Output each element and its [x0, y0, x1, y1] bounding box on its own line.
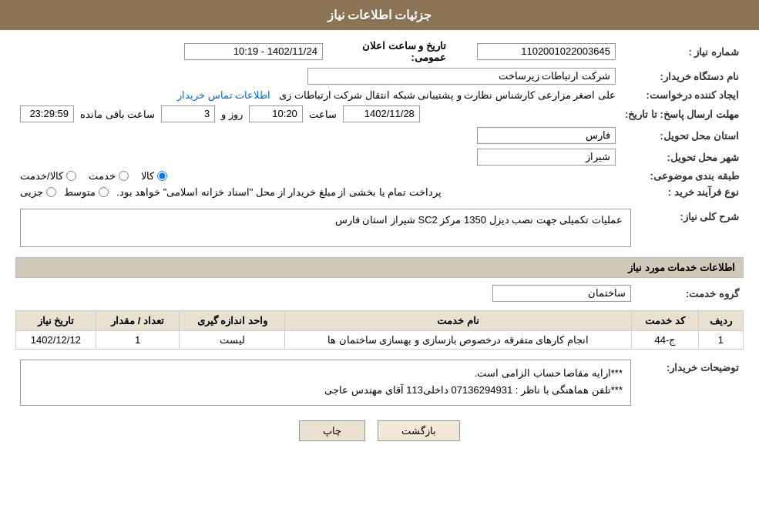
category-option-goods[interactable]: کالا [141, 170, 167, 182]
deadline-remaining-label: ساعت باقی مانده [80, 109, 155, 120]
notes-line2: ***تلفن هماهنگی با ناظر : 07136294931 دا… [29, 382, 623, 399]
table-row: 1ج-44انجام کارهای متفرقه درخصوص بازسازی … [16, 331, 744, 350]
back-button[interactable]: بازگشت [378, 420, 460, 441]
deadline-time-label: ساعت [309, 109, 337, 120]
province-label: استان محل تحویل: [620, 125, 744, 146]
province-value: فارس [477, 127, 616, 144]
process-label: نوع فرآیند خرید : [620, 184, 744, 200]
group-value: ساختمان [492, 285, 631, 302]
group-label: گروه خدمت: [636, 283, 744, 304]
need-number-label: شماره نیاز : [620, 38, 744, 65]
creator-link[interactable]: اطلاعات تماس خریدار [177, 89, 270, 101]
col-header-unit: واحد اندازه گیری [180, 311, 285, 331]
services-section-title: اطلاعات خدمات مورد نیاز [15, 257, 744, 278]
deadline-label: مهلت ارسال پاسخ: تا تاریخ: [620, 103, 744, 125]
category-option-service[interactable]: خدمت [89, 170, 129, 182]
col-header-qty: تعداد / مقدار [96, 311, 180, 331]
deadline-days-value: 3 [161, 105, 215, 122]
print-button[interactable]: چاپ [299, 420, 365, 441]
process-note: پرداخت تمام یا بخشی از مبلغ خریدار از مح… [116, 186, 442, 198]
col-header-date: تاریخ نیاز [16, 311, 96, 331]
announcement-label: تاریخ و ساعت اعلان عمومی: [327, 38, 451, 65]
notes-line1: ***ارایه مفاصا حساب الزامی است. [29, 365, 623, 382]
page-title: جزئیات اطلاعات نیاز [0, 0, 759, 30]
creator-label: ایجاد کننده درخواست: [620, 87, 744, 103]
deadline-date-value: 1402/11/28 [343, 105, 420, 122]
col-header-name: نام خدمت [285, 311, 632, 331]
process-option-partial[interactable]: جزیی [20, 186, 56, 198]
creator-value: علی اصغر مزارعی کارشناس نظارت و پشتیبانی… [279, 89, 616, 101]
description-value: عملیات تکمیلی جهت نصب دیزل 1350 مرکز SC2… [335, 214, 623, 226]
city-value: شیراز [477, 149, 616, 166]
city-label: شهر محل تحویل: [620, 146, 744, 168]
deadline-remaining-value: 23:29:59 [20, 105, 74, 122]
col-header-row: ردیف [698, 311, 743, 331]
category-label: طبقه بندی موضوعی: [620, 168, 744, 184]
notes-label: توضیحات خریدار: [636, 357, 744, 408]
category-option-goods-service[interactable]: کالا/خدمت [20, 170, 76, 182]
description-label: شرح کلی نیاز: [636, 206, 744, 249]
col-header-code: کد خدمت [632, 311, 699, 331]
buyer-name-value: شرکت ارتباطات زیرساخت [307, 68, 616, 85]
deadline-days-label: روز و [221, 109, 243, 120]
announcement-value: 1402/11/24 - 10:19 [184, 43, 323, 60]
buyer-name-label: نام دستگاه خریدار: [620, 65, 744, 87]
need-number-value: 1102001022003645 [477, 43, 616, 60]
deadline-time-value: 10:20 [249, 105, 303, 122]
process-option-medium[interactable]: متوسط [64, 186, 109, 198]
